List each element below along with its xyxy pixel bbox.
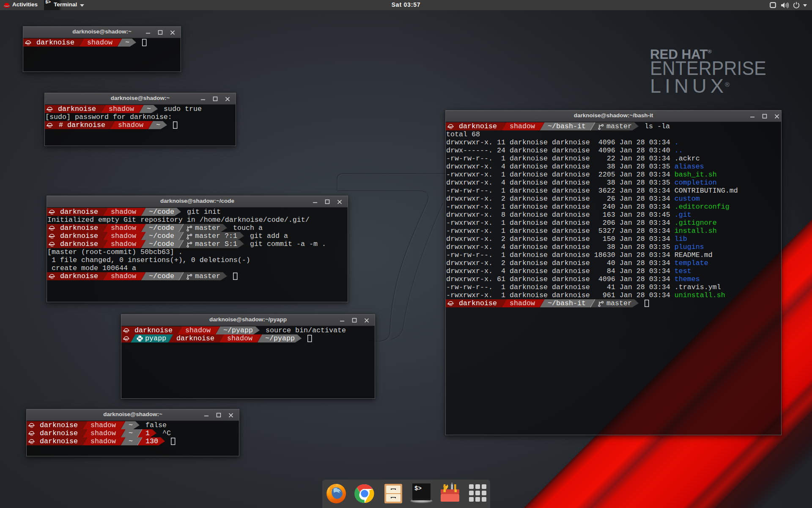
svg-text:~/bash-it: ~/bash-it — [548, 299, 586, 307]
svg-text:1: 1 — [145, 429, 150, 437]
svg-text:darknoise: darknoise — [40, 421, 78, 429]
svg-text:master: master — [606, 299, 632, 307]
svg-text:~: ~ — [129, 421, 133, 429]
svg-text:sudo true: sudo true — [164, 105, 202, 113]
svg-text:~/pyapp: ~/pyapp — [265, 334, 295, 342]
svg-text:~: ~ — [129, 429, 133, 437]
svg-text:git add a: git add a — [250, 232, 288, 240]
svg-text:~: ~ — [129, 437, 133, 445]
svg-text:shadow: shadow — [111, 272, 136, 280]
svg-text:git init: git init — [187, 208, 221, 216]
svg-text:darknoise: darknoise — [176, 334, 214, 342]
svg-text:shadow: shadow — [111, 232, 136, 240]
svg-text:ls -la: ls -la — [645, 122, 670, 130]
svg-text:~/code: ~/code — [149, 240, 174, 248]
svg-text:~: ~ — [147, 105, 151, 113]
svg-text:darknoise: darknoise — [60, 224, 98, 232]
svg-text:darknoise: darknoise — [459, 122, 497, 130]
svg-text:touch a: touch a — [233, 224, 263, 232]
svg-text:~/code: ~/code — [149, 232, 174, 240]
svg-text:shadow: shadow — [227, 334, 252, 342]
svg-text:darknoise: darknoise — [40, 429, 78, 437]
svg-text:darknoise: darknoise — [60, 240, 98, 248]
svg-text:~/code: ~/code — [149, 272, 174, 280]
svg-text:darknoise: darknoise — [459, 299, 497, 307]
svg-text:shadow: shadow — [510, 299, 535, 307]
svg-text:shadow: shadow — [91, 429, 116, 437]
svg-text:darknoise: darknoise — [40, 437, 78, 445]
svg-text:shadow: shadow — [111, 240, 136, 248]
svg-text:master ?:1: master ?:1 — [195, 232, 237, 240]
svg-text:shadow: shadow — [109, 105, 134, 113]
svg-text:shadow: shadow — [510, 122, 535, 130]
svg-text:~/code: ~/code — [149, 224, 174, 232]
svg-text:darknoise: darknoise — [58, 105, 96, 113]
svg-text:darknoise: darknoise — [134, 326, 173, 334]
svg-text:master: master — [195, 272, 220, 280]
svg-text:shadow: shadow — [111, 224, 136, 232]
svg-text:master: master — [606, 122, 632, 130]
svg-text:~: ~ — [156, 121, 160, 129]
svg-text:$>: $> — [414, 485, 422, 492]
svg-text:darknoise: darknoise — [60, 208, 98, 216]
svg-text:~/code: ~/code — [149, 208, 174, 216]
svg-text:shadow: shadow — [185, 326, 211, 334]
svg-text:false: false — [145, 421, 167, 429]
svg-text:master S:1: master S:1 — [195, 240, 237, 248]
svg-text:darknoise: darknoise — [36, 39, 74, 47]
svg-text:darknoise: darknoise — [60, 272, 98, 280]
svg-text:~/pyapp: ~/pyapp — [223, 326, 253, 334]
svg-text:source bin/activate: source bin/activate — [266, 326, 346, 334]
svg-text:pyapp: pyapp — [145, 334, 166, 342]
svg-text:# darknoise: # darknoise — [59, 121, 105, 129]
svg-text:shadow: shadow — [91, 437, 116, 445]
svg-text:master: master — [195, 224, 220, 232]
svg-text:shadow: shadow — [111, 208, 136, 216]
svg-text:git commit -a -m .: git commit -a -m . — [250, 240, 326, 248]
svg-text:darknoise: darknoise — [60, 232, 98, 240]
svg-text:~/bash-it: ~/bash-it — [548, 122, 586, 130]
svg-text:shadow: shadow — [91, 421, 116, 429]
svg-text:shadow: shadow — [118, 121, 143, 129]
svg-text:shadow: shadow — [87, 39, 112, 47]
svg-text:~: ~ — [125, 39, 129, 47]
svg-text:^C: ^C — [162, 429, 171, 437]
svg-text:130: 130 — [145, 437, 158, 445]
